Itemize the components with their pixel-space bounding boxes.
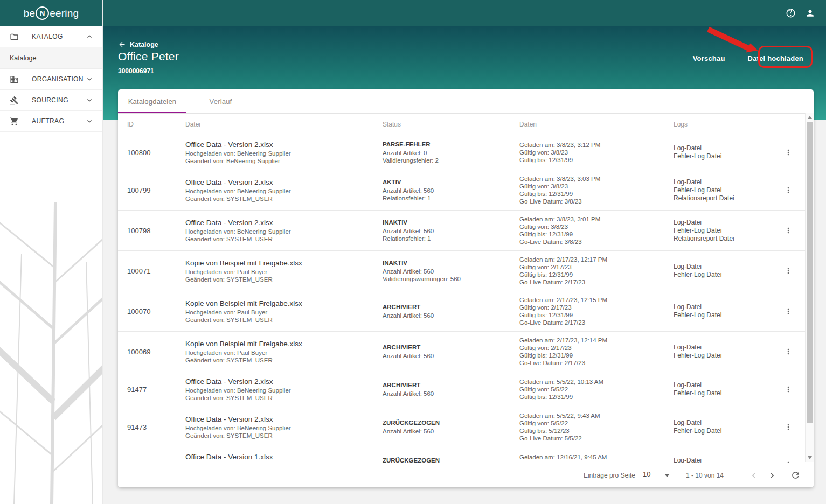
file-changed-by: Geändert von: SYSTEM_USER (185, 394, 383, 402)
tab-verlauf[interactable]: Verlauf (186, 89, 255, 113)
file-name: Kopie von Beispiel mit Freigabe.xlsx (185, 258, 383, 268)
log-file-link[interactable]: Fehler-Log Datei (674, 227, 773, 235)
sidebar-subitem-kataloge[interactable]: Kataloge (0, 47, 102, 69)
table-row: 100070 Kopie von Beispiel mit Freigabe.x… (118, 291, 805, 332)
cell-status: ARCHIVIERT Anzahl Artikel: 560 (383, 344, 519, 360)
table-row: 100069 Kopie von Beispiel mit Freigabe.x… (118, 332, 805, 372)
log-file-link[interactable]: Log-Datei (674, 344, 773, 352)
log-file-link[interactable]: Log-Datei (674, 263, 773, 271)
cell-logs: Log-DateiFehler-Log DateiRelationsreport… (674, 178, 773, 202)
date-detail: Geladen am: 3/8/23, 3:12 PM (519, 141, 674, 149)
log-file-link[interactable]: Log-Datei (674, 419, 773, 427)
dropdown-arrow-icon (664, 474, 670, 477)
cell-logs: Log-DateiFehler-Log Datei (674, 303, 773, 319)
back-link[interactable]: Kataloge (118, 40, 158, 48)
log-file-link[interactable]: Log-Datei (674, 178, 773, 186)
next-page-button[interactable] (767, 470, 778, 481)
cell-logs: Log-DateiFehler-Log Datei (674, 419, 773, 435)
sidebar-item-auftrag[interactable]: AUFTRAG (0, 111, 102, 132)
log-file-link[interactable]: Fehler-Log Datei (674, 389, 773, 397)
app-logo: beNeering (0, 0, 102, 26)
preview-button[interactable]: Vorschau (690, 52, 728, 65)
log-file-link[interactable]: Log-Datei (674, 381, 773, 389)
cell-daten: Geladen am: 5/5/22, 10:13 AMGültig von: … (519, 378, 674, 401)
date-detail: Gültig von: 3/8/23 (519, 183, 674, 190)
nav-item-label: KATALOG (32, 33, 85, 40)
scrollbar-up-arrow[interactable] (808, 116, 812, 119)
date-detail: Go-Live Datum: 2/17/23 (519, 359, 674, 367)
cell-logs: Log-DateiFehler-Log Datei (674, 263, 773, 279)
log-file-link[interactable]: Fehler-Log Datei (674, 352, 773, 360)
cell-status: INAKTIV Anzahl Artikel: 560Validierungsw… (383, 259, 519, 283)
file-name: Office Data - Version 2.xlsx (185, 218, 383, 227)
help-icon[interactable] (786, 8, 796, 18)
scrollbar-thumb[interactable] (807, 122, 813, 423)
upload-file-button[interactable]: Datei hochladen (745, 52, 807, 65)
cell-file: Office Data - Version 2.xlsx Hochgeladen… (185, 377, 383, 402)
cell-daten: Geladen am: 2/17/23, 12:14 PMGültig von:… (519, 337, 674, 367)
date-detail: Geladen am: 2/17/23, 12:17 PM (519, 256, 674, 263)
log-file-link[interactable]: Fehler-Log Datei (674, 152, 773, 160)
log-file-link[interactable]: Fehler-Log Datei (674, 186, 773, 194)
log-file-link[interactable]: Log-Datei (674, 303, 773, 311)
file-changed-by: Geändert von: SYSTEM_USER (185, 276, 383, 283)
file-name: Kopie von Beispiel mit Freigabe.xlsx (185, 299, 383, 308)
date-detail: Geladen am: 12/16/21, 9:45 AM (519, 453, 674, 461)
col-status: Status (383, 121, 519, 128)
table-row: 91473 Office Data - Version 2.xlsx Hochg… (118, 407, 805, 447)
file-name: Office Data - Version 2.xlsx (185, 415, 383, 424)
log-file-link[interactable]: Log-Datei (674, 219, 773, 227)
status-detail: Relationsfehler: 1 (383, 235, 519, 242)
log-file-link[interactable]: Log-Datei (674, 457, 773, 463)
row-menu-button[interactable] (780, 381, 797, 398)
log-file-link[interactable]: Fehler-Log Datei (674, 271, 773, 279)
refresh-button[interactable] (790, 470, 801, 480)
file-uploaded-by: Hochgeladen von: Paul Buyer (185, 309, 383, 316)
logo-text-suffix: eering (50, 8, 79, 19)
log-file-link[interactable]: Log-Datei (674, 144, 773, 152)
pagination-range: 1 - 10 von 14 (686, 472, 724, 479)
row-menu-button[interactable] (780, 303, 797, 320)
chevron-down-icon (85, 75, 94, 83)
row-menu-button[interactable] (780, 222, 797, 239)
per-page-select[interactable]: 10 (643, 470, 670, 480)
log-file-link[interactable]: Fehler-Log Datei (674, 427, 773, 435)
log-file-link[interactable]: Fehler-Log Datei (674, 311, 773, 319)
sidebar-item-organisation[interactable]: ORGANISATION (0, 69, 102, 90)
row-menu-button[interactable] (780, 262, 797, 279)
sidebar-subitem-label: Kataloge (10, 54, 36, 62)
status-value: ZURÜCKGEZOGEN (383, 457, 519, 463)
more-vert-icon (784, 186, 793, 194)
row-menu-button[interactable] (780, 144, 797, 161)
chevron-down-icon (85, 96, 94, 104)
previous-page-button[interactable] (748, 470, 759, 481)
cell-id: 100798 (127, 227, 185, 235)
table-scrollbar[interactable] (805, 113, 814, 462)
sidebar-item-sourcing[interactable]: SOURCING (0, 90, 102, 111)
row-menu-button[interactable] (780, 181, 797, 199)
date-detail: Go-Live Datum: 2/17/23 (519, 319, 674, 326)
file-uploaded-by: Hochgeladen von: BeNeering Supplier (185, 228, 383, 235)
cell-file: Office Data - Version 2.xlsx Hochgeladen… (185, 140, 383, 165)
status-detail: Anzahl Artikel: 560 (383, 352, 519, 360)
col-daten: Daten (519, 121, 674, 128)
status-detail: Anzahl Artikel: 560 (383, 268, 519, 275)
back-arrow-icon (118, 40, 126, 48)
file-uploaded-by: Hochgeladen von: Paul Buyer (185, 268, 383, 276)
user-icon[interactable] (805, 8, 815, 18)
status-value: ARCHIVIERT (383, 344, 519, 352)
file-name: Office Data - Version 2.xlsx (185, 140, 383, 149)
scrollbar-down-arrow[interactable] (808, 456, 812, 459)
file-name: Office Data - Version 1.xlsx (185, 452, 383, 461)
log-file-link[interactable]: Relationsreport Datei (674, 235, 773, 243)
date-detail: Geladen am: 3/8/23, 3:01 PM (519, 215, 674, 223)
sidebar-item-katalog[interactable]: KATALOG (0, 26, 102, 47)
row-menu-button[interactable] (780, 418, 797, 436)
log-file-link[interactable]: Relationsreport Datei (674, 194, 773, 202)
row-menu-button[interactable] (780, 343, 797, 360)
tab-katalogdateien[interactable]: Katalogdateien (118, 89, 186, 113)
date-detail: Gültig bis: 12/31/99 (519, 230, 674, 238)
file-uploaded-by: Hochgeladen von: BeNeering Supplier (185, 187, 383, 195)
header-actions: Vorschau Datei hochladen (690, 52, 807, 65)
row-menu-button[interactable] (780, 456, 797, 463)
